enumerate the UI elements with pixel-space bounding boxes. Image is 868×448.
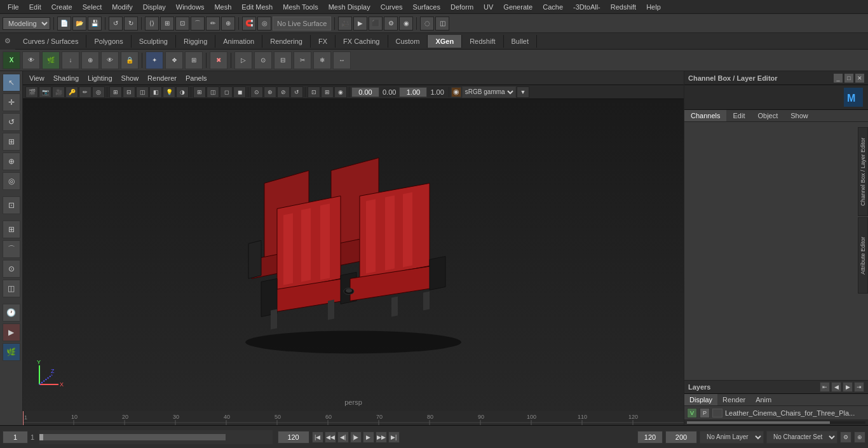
vp-smooth-btn[interactable]: ◫ bbox=[136, 86, 149, 98]
layer-visibility-btn[interactable]: V bbox=[687, 408, 697, 418]
vp-tex-btn[interactable]: ◧ bbox=[149, 86, 162, 98]
menu-windows[interactable]: Windows bbox=[171, 2, 210, 12]
live-btn[interactable]: ◎ bbox=[257, 17, 271, 31]
vp-key-btn[interactable]: 🔑 bbox=[65, 86, 78, 98]
render-btn[interactable]: ▶ bbox=[3, 323, 20, 341]
save-file-btn[interactable]: 💾 bbox=[88, 17, 102, 31]
magnet-btn[interactable]: 🧲 bbox=[242, 17, 256, 31]
xgen-logo-btn[interactable]: X bbox=[3, 51, 20, 69]
scale-tool-btn[interactable]: ⊞ bbox=[3, 133, 20, 151]
snap-transform-btn[interactable]: ⊕ bbox=[221, 17, 235, 31]
vp-refresh-btn[interactable]: ↺ bbox=[290, 86, 303, 98]
anim-layer-select[interactable]: No Anim Layer bbox=[700, 431, 764, 444]
xgen-cut-btn[interactable]: ✂ bbox=[294, 51, 311, 69]
menu-mesh-display[interactable]: Mesh Display bbox=[323, 2, 376, 12]
workspace-settings-btn[interactable]: ⚙ bbox=[0, 33, 15, 50]
select-by-hierarchy-btn[interactable]: ⟨⟩ bbox=[145, 17, 159, 31]
layer-anim-tab[interactable]: Anim bbox=[750, 394, 776, 405]
tab-animation[interactable]: Animation bbox=[215, 35, 262, 48]
playback-step-fwd-btn[interactable]: |▶ bbox=[350, 431, 362, 443]
xgen-add-btn[interactable]: ⊕ bbox=[81, 51, 99, 69]
tab-redshift[interactable]: Redshift bbox=[462, 35, 503, 48]
menu-generate[interactable]: Generate bbox=[498, 2, 538, 12]
move-tool-btn[interactable]: ✛ bbox=[3, 93, 20, 111]
layer-playback-btn[interactable]: P bbox=[700, 408, 710, 418]
tab-custom[interactable]: Custom bbox=[388, 35, 428, 48]
menu-display[interactable]: Display bbox=[138, 2, 171, 12]
layer-render-tab[interactable]: Render bbox=[717, 394, 750, 405]
lighting-menu[interactable]: Lighting bbox=[84, 74, 116, 82]
char-set-settings-btn[interactable]: ⚙ bbox=[840, 431, 851, 443]
layer-scrollbar[interactable] bbox=[684, 420, 868, 425]
vp-light-btn[interactable]: 💡 bbox=[163, 86, 175, 98]
snap-point-btn[interactable]: ⊙ bbox=[3, 260, 20, 278]
layers-nav-prev-btn[interactable]: ◀ bbox=[831, 382, 841, 392]
mode-select[interactable]: Modeling bbox=[3, 17, 50, 30]
tab-fx[interactable]: FX bbox=[311, 35, 336, 48]
tab-curves-surfaces[interactable]: Curves / Surfaces bbox=[15, 35, 86, 48]
select-by-component-btn[interactable]: ⊞ bbox=[160, 17, 174, 31]
shading-menu[interactable]: Shading bbox=[50, 74, 83, 82]
show-tab[interactable]: Show bbox=[784, 110, 815, 121]
tab-sculpting[interactable]: Sculpting bbox=[132, 35, 176, 48]
vp-xray-btn[interactable]: ⊘ bbox=[277, 86, 290, 98]
soft-mod-btn[interactable]: ◎ bbox=[3, 172, 20, 190]
vp-color-options-btn[interactable]: ▼ bbox=[517, 86, 529, 98]
menu-modify[interactable]: Modify bbox=[107, 2, 137, 12]
rotate-tool-btn[interactable]: ↺ bbox=[3, 113, 20, 131]
xgen-down-btn[interactable]: ↓ bbox=[62, 51, 79, 69]
playback-loop-btn[interactable]: ▶▶ bbox=[376, 431, 387, 443]
universal-manip-btn[interactable]: ⊕ bbox=[3, 153, 20, 170]
tab-polygons[interactable]: Polygons bbox=[86, 35, 131, 48]
select-mode-btn[interactable]: ⊡ bbox=[175, 17, 189, 31]
tab-fx-caching[interactable]: FX Caching bbox=[336, 35, 388, 48]
history-btn[interactable]: 🕐 bbox=[3, 304, 20, 322]
xgen-groom-btn[interactable]: ✦ bbox=[146, 51, 163, 69]
xray-btn[interactable]: ◌ bbox=[420, 17, 434, 31]
xgen-comb-btn[interactable]: ⊟ bbox=[274, 51, 292, 69]
attribute-editor-tab[interactable]: Attribute Editor bbox=[858, 217, 868, 294]
wireframe-btn[interactable]: ◫ bbox=[435, 17, 449, 31]
right-panel-minimize-btn[interactable]: _ bbox=[834, 74, 843, 83]
vp-cam-btn[interactable]: 📷 bbox=[39, 86, 51, 98]
channel-box-tab[interactable]: Channel Box / Layer Editor bbox=[858, 127, 868, 216]
vp-res-btn[interactable]: ⊞ bbox=[321, 86, 334, 98]
undo-btn[interactable]: ↺ bbox=[109, 17, 123, 31]
layer-scroll-thumb[interactable] bbox=[687, 421, 830, 424]
3d-canvas[interactable]: X Y Z persp bbox=[23, 99, 684, 411]
right-panel-close-btn[interactable]: ✕ bbox=[855, 74, 864, 83]
xgen-freeze-btn[interactable]: ❄ bbox=[313, 51, 331, 69]
max-end-input[interactable] bbox=[637, 431, 663, 444]
range-end-input[interactable] bbox=[278, 431, 309, 444]
vp-smooth2-btn[interactable]: ◼ bbox=[233, 86, 246, 98]
open-file-btn[interactable]: 📂 bbox=[72, 17, 86, 31]
menu-mesh[interactable]: Mesh bbox=[209, 2, 236, 12]
show-manip-btn[interactable]: ⊡ bbox=[3, 196, 20, 214]
menu-file[interactable]: File bbox=[3, 2, 24, 12]
ipr-btn[interactable]: ⬛ bbox=[369, 17, 383, 31]
playback-play-btn[interactable]: ▶ bbox=[363, 431, 374, 443]
tab-rigging[interactable]: Rigging bbox=[176, 35, 215, 48]
xgen-guide-tool-btn[interactable]: ▷ bbox=[234, 51, 252, 69]
vp-gate-btn[interactable]: ◉ bbox=[334, 86, 347, 98]
playback-start-btn[interactable]: |◀ bbox=[312, 431, 323, 443]
timeline-range-bar[interactable] bbox=[39, 430, 272, 444]
renderer-menu[interactable]: Renderer bbox=[144, 74, 180, 82]
vp-grid-btn[interactable]: ⊞ bbox=[193, 86, 206, 98]
panels-menu[interactable]: Panels bbox=[182, 74, 211, 82]
layers-nav-end-btn[interactable]: ⇤ bbox=[820, 382, 830, 392]
lasso-btn[interactable]: ⌒ bbox=[191, 17, 205, 31]
render-region-btn[interactable]: ◉ bbox=[399, 17, 413, 31]
xgen-collection-btn[interactable]: 🌿 bbox=[42, 51, 60, 69]
tab-bullet[interactable]: Bullet bbox=[504, 35, 538, 48]
vp-paint-btn[interactable]: ✏ bbox=[79, 86, 92, 98]
new-file-btn[interactable]: 📄 bbox=[57, 17, 71, 31]
layer-scroll-track[interactable] bbox=[687, 421, 865, 424]
layer-display-tab[interactable]: Display bbox=[684, 394, 717, 405]
vp-isolate-btn[interactable]: ◎ bbox=[92, 86, 105, 98]
xgen-lock-btn[interactable]: 🔒 bbox=[121, 51, 139, 69]
layers-nav-next-btn[interactable]: ▶ bbox=[843, 382, 853, 392]
anim-layer-settings-btn[interactable]: ⊕ bbox=[854, 431, 865, 443]
xgen-density-btn[interactable]: ❖ bbox=[165, 51, 183, 69]
current-frame-input[interactable] bbox=[3, 431, 28, 444]
